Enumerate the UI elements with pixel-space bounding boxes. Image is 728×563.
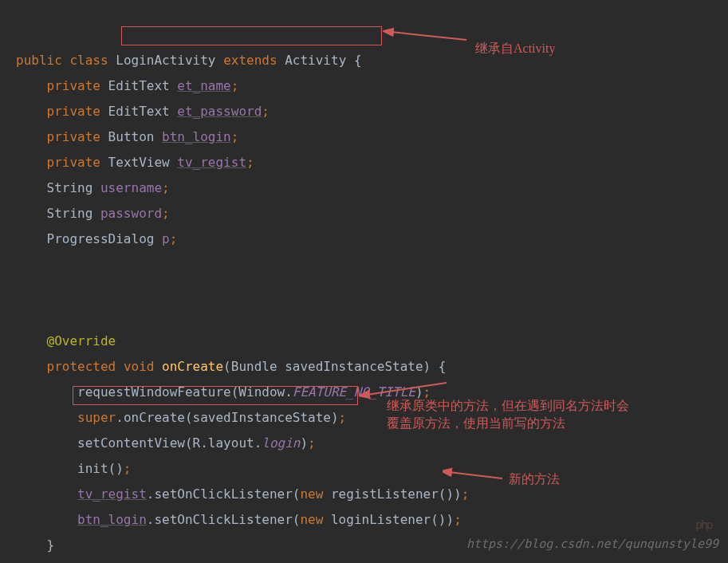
arg-login: login bbox=[262, 435, 300, 451]
kw-private: private bbox=[47, 129, 100, 144]
annotation-text-2-line2: 覆盖原方法，使用当前写的方法 bbox=[387, 415, 565, 432]
type: EditText bbox=[108, 104, 170, 119]
kw-new: new bbox=[300, 512, 323, 527]
call-oncreate: onCreate bbox=[124, 410, 185, 425]
type: ProgressDialog bbox=[47, 231, 155, 246]
watermark-text: https://blog.csdn.net/qunqunstyle99 bbox=[466, 531, 718, 557]
semicolon: ; bbox=[162, 180, 170, 195]
semicolon: ; bbox=[339, 410, 347, 425]
field-p: p bbox=[162, 231, 170, 246]
semicolon: ; bbox=[462, 486, 470, 502]
call-setcontentview: setContentView bbox=[77, 435, 185, 451]
ctor-registlistener: registListener bbox=[331, 486, 439, 502]
kw-class: class bbox=[69, 53, 108, 68]
semicolon: ; bbox=[262, 104, 270, 119]
param-type: Bundle bbox=[231, 359, 277, 374]
kw-new: new bbox=[300, 486, 323, 502]
param-name: savedInstanceState bbox=[285, 359, 423, 374]
call-init: init bbox=[77, 461, 108, 476]
annotation-text-3: 新的方法 bbox=[509, 470, 560, 488]
recv-btn-login: btn_login bbox=[77, 512, 147, 527]
field-password: password bbox=[100, 206, 162, 221]
annotation-override: @Override bbox=[47, 333, 116, 348]
semicolon: ; bbox=[231, 78, 239, 93]
arg: savedInstanceState bbox=[193, 410, 331, 425]
field-et-password: et_password bbox=[177, 104, 262, 119]
kw-protected: protected bbox=[47, 359, 116, 374]
semicolon: ; bbox=[308, 435, 316, 451]
kw-extends: extends bbox=[223, 53, 277, 68]
type: String bbox=[47, 180, 93, 195]
semicolon: ; bbox=[454, 512, 462, 527]
type: String bbox=[47, 206, 93, 221]
brace-open: { bbox=[439, 359, 447, 374]
method-oncreate: onCreate bbox=[162, 359, 223, 374]
recv-tv-regist: tv_regist bbox=[77, 486, 147, 502]
ctor-loginlistener: loginListener bbox=[331, 512, 431, 527]
kw-private: private bbox=[47, 155, 100, 170]
annotation-text-2-line1: 继承原类中的方法，但在遇到同名方法时会 bbox=[387, 397, 629, 415]
class-name: LoginActivity bbox=[116, 53, 215, 68]
type: EditText bbox=[108, 78, 170, 93]
super-class: Activity bbox=[285, 53, 346, 68]
kw-private: private bbox=[47, 78, 100, 93]
brace-close: } bbox=[47, 537, 55, 553]
semicolon: ; bbox=[124, 461, 132, 476]
call-setonclicklistener: setOnClickListener bbox=[154, 486, 292, 502]
semicolon: ; bbox=[162, 206, 170, 221]
call-setonclicklistener: setOnClickListener bbox=[154, 512, 292, 527]
annotation-text-1: 继承自Activity bbox=[475, 40, 555, 57]
kw-void: void bbox=[124, 359, 155, 374]
call-requestwindowfeature: requestWindowFeature bbox=[77, 384, 231, 400]
code-editor: public class LoginActivity extends Activ… bbox=[0, 0, 728, 558]
field-username: username bbox=[100, 180, 162, 195]
kw-public: public bbox=[16, 53, 62, 68]
brace-open: { bbox=[354, 53, 362, 68]
kw-private: private bbox=[47, 104, 100, 119]
field-btn-login: btn_login bbox=[162, 129, 231, 144]
semicolon: ; bbox=[170, 231, 178, 246]
semicolon: ; bbox=[246, 155, 254, 170]
field-et-name: et_name bbox=[177, 78, 230, 93]
arg-class: Window bbox=[238, 384, 285, 400]
field-tv-regist: tv_regist bbox=[177, 155, 246, 170]
type: Button bbox=[108, 129, 155, 144]
type: TextView bbox=[108, 155, 170, 170]
kw-super: super bbox=[77, 410, 116, 425]
semicolon: ; bbox=[231, 129, 239, 144]
